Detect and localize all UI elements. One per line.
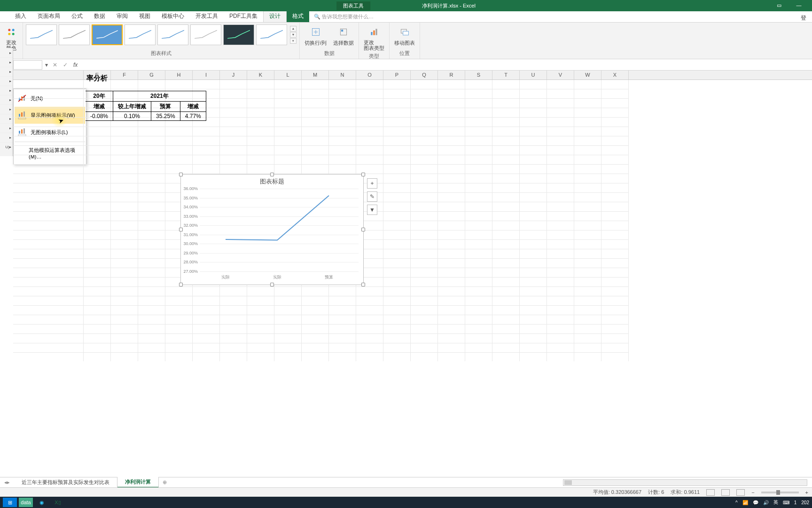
zoom-out-icon[interactable]: −	[751, 490, 754, 495]
column-header[interactable]: V	[547, 71, 574, 79]
move-chart-button[interactable]: 移动图表	[392, 24, 417, 48]
tray-chevron-icon[interactable]: ^	[735, 500, 738, 505]
chart-style-1[interactable]	[26, 24, 57, 45]
data-cell[interactable]: 35.25%	[151, 112, 180, 121]
add-element-flyout[interactable]: ▸ ▸ ▸ ▸ ▸ ▸ ▸ ▸ ▸ ▸ U) ▸	[0, 48, 13, 156]
tab-insert[interactable]: 插入	[9, 10, 32, 22]
column-header[interactable]: O	[356, 71, 383, 79]
clock-time[interactable]: 1	[794, 500, 797, 505]
column-header[interactable]	[13, 71, 84, 79]
resize-handle[interactable]	[179, 173, 183, 176]
column-header[interactable]: S	[465, 71, 492, 79]
column-header[interactable]: R	[438, 71, 465, 79]
flyout-item[interactable]: ▸	[0, 95, 13, 104]
enter-icon[interactable]: ✓	[60, 62, 70, 68]
tray-volume-icon[interactable]: 🔊	[763, 500, 769, 505]
login-button[interactable]: 登	[801, 14, 812, 22]
ribbon-display-icon[interactable]: ▭	[775, 2, 783, 9]
column-header[interactable]: X	[601, 71, 629, 79]
sheet-tab-1[interactable]: 近三年主要指标预算及实际发生对比表	[14, 477, 117, 487]
resize-handle[interactable]	[179, 228, 183, 231]
chart-elements-button[interactable]: +	[367, 178, 377, 189]
flyout-item[interactable]: ▸	[0, 48, 13, 57]
add-sheet-button[interactable]: ⊕	[159, 479, 170, 485]
taskbar-edge[interactable]: ◉	[35, 498, 49, 507]
flyout-item[interactable]: ▸	[0, 86, 13, 95]
flyout-item[interactable]: ▸	[0, 67, 13, 76]
sheet-nav-prev[interactable]: ◂▸	[0, 479, 14, 485]
horizontal-scrollbar[interactable]	[563, 479, 807, 486]
column-header[interactable]: N	[329, 71, 356, 79]
flyout-item[interactable]: ▸	[0, 104, 13, 114]
data-series-line[interactable]	[226, 196, 329, 240]
embedded-chart[interactable]: 图表标题 36.00%35.00%34.00%33.00%32.00%31.00…	[180, 174, 364, 285]
plot-area[interactable]: 36.00%35.00%34.00%33.00%32.00%31.00%30.0…	[200, 189, 359, 270]
chart-styles-button[interactable]: ✎	[367, 191, 377, 202]
chart-styles-gallery[interactable]: ▲▼▾	[26, 24, 297, 45]
chart-style-2[interactable]	[59, 24, 90, 45]
tray-wifi-icon[interactable]: 📶	[742, 500, 748, 505]
tab-page-layout[interactable]: 页面布局	[32, 10, 66, 22]
column-header[interactable]: P	[383, 71, 411, 79]
view-layout-icon[interactable]	[721, 489, 730, 496]
data-cell[interactable]: 0.10%	[113, 112, 151, 121]
tray-keyboard-icon[interactable]: ⌨	[783, 500, 789, 505]
tab-pdf[interactable]: PDF工具集	[224, 10, 263, 22]
formula-input[interactable]	[80, 60, 812, 70]
resize-handle[interactable]	[361, 228, 365, 231]
column-header[interactable]: T	[492, 71, 520, 79]
column-header[interactable]: W	[574, 71, 601, 79]
flyout-item[interactable]: ▸	[0, 114, 13, 123]
analysis-table[interactable]: 20年 2021年 增减 较上年增减 预算 增减 -0.08% 0.10% 35…	[86, 91, 206, 121]
column-header[interactable]: M	[302, 71, 329, 79]
styles-scroll[interactable]: ▲▼▾	[290, 24, 297, 45]
chart-style-3[interactable]	[92, 24, 123, 45]
tab-review[interactable]: 审阅	[111, 10, 133, 22]
chart-style-4[interactable]	[125, 24, 156, 45]
flyout-item[interactable]: ▸	[0, 76, 13, 86]
taskbar-app[interactable]: data	[19, 498, 33, 507]
column-header[interactable]: K	[247, 71, 274, 79]
resize-handle[interactable]	[270, 173, 274, 176]
resize-handle[interactable]	[361, 283, 365, 286]
sheet-tab-2[interactable]: 净利润计算	[117, 477, 159, 488]
view-normal-icon[interactable]	[706, 489, 715, 496]
tab-format[interactable]: 格式	[287, 10, 309, 22]
select-data-button[interactable]: 选择数据	[331, 24, 356, 48]
tray-wechat-icon[interactable]: 💬	[753, 500, 758, 505]
start-button[interactable]: ⊞	[3, 498, 17, 507]
chart-title[interactable]: 图表标题	[181, 175, 363, 189]
column-header[interactable]: U	[520, 71, 547, 79]
fx-icon[interactable]: fx	[70, 62, 80, 68]
tab-developer[interactable]: 开发工具	[190, 10, 224, 22]
column-header[interactable]: J	[220, 71, 247, 79]
chart-style-6[interactable]	[190, 24, 221, 45]
resize-handle[interactable]	[270, 283, 274, 286]
minimize-icon[interactable]: ―	[795, 2, 803, 9]
flyout-item[interactable]: ▸	[0, 133, 13, 142]
column-header[interactable]: Q	[411, 71, 438, 79]
tab-view[interactable]: 视图	[133, 10, 156, 22]
name-box[interactable]	[13, 60, 42, 70]
resize-handle[interactable]	[361, 173, 365, 176]
taskbar-excel[interactable]: X▯	[51, 498, 65, 507]
view-pagebreak-icon[interactable]	[736, 489, 745, 496]
data-cell[interactable]: -0.08%	[86, 112, 113, 121]
resize-handle[interactable]	[179, 283, 183, 286]
tab-formulas[interactable]: 公式	[66, 10, 88, 22]
ime-indicator[interactable]: 英	[773, 499, 778, 506]
flyout-item[interactable]: ▸	[0, 57, 13, 67]
flyout-item[interactable]: ▸	[0, 123, 13, 133]
worksheet-grid[interactable]: EFGHIJKLMNOPQRSTUVWX 率分析 20年 2021年 增减 较上…	[13, 71, 812, 361]
chart-filters-button[interactable]: ▼	[367, 205, 377, 215]
tab-template[interactable]: 模板中心	[156, 10, 190, 22]
chart-style-5[interactable]	[157, 24, 188, 45]
name-box-dropdown[interactable]: ▾	[43, 62, 50, 68]
cancel-icon[interactable]: ✕	[50, 62, 60, 68]
column-header[interactable]: L	[274, 71, 302, 79]
tab-design[interactable]: 设计	[263, 10, 287, 22]
data-cell[interactable]: 4.77%	[180, 112, 206, 121]
change-chart-type-button[interactable]: 更改 图表类型	[362, 24, 386, 52]
zoom-in-icon[interactable]: +	[805, 490, 808, 495]
tell-me-search[interactable]: 🔍 告诉我您想要做什么…	[309, 11, 378, 22]
